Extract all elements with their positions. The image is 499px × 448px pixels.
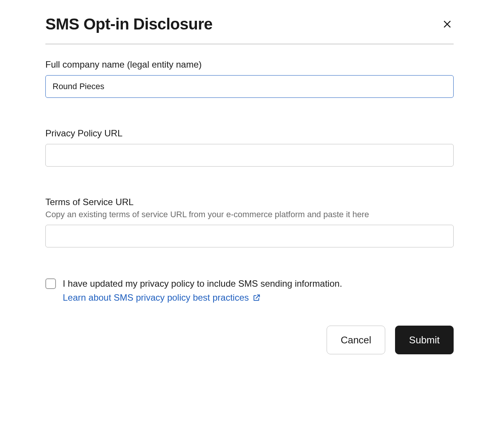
terms-of-service-helper: Copy an existing terms of service URL fr… [45,210,454,219]
privacy-best-practices-link-text: Learn about SMS privacy policy best prac… [63,292,249,303]
privacy-policy-input[interactable] [45,144,454,167]
submit-button[interactable]: Submit [395,326,454,354]
terms-of-service-label: Terms of Service URL [45,197,454,207]
close-icon [442,19,452,29]
privacy-confirmation-label: I have updated my privacy policy to incl… [63,278,342,289]
company-name-input[interactable] [45,75,454,98]
privacy-confirmation-row: I have updated my privacy policy to incl… [45,278,454,303]
privacy-best-practices-link[interactable]: Learn about SMS privacy policy best prac… [63,292,342,303]
external-link-icon [253,294,261,302]
terms-of-service-group: Terms of Service URL Copy an existing te… [45,197,454,247]
company-name-group: Full company name (legal entity name) [45,59,454,98]
checkbox-content: I have updated my privacy policy to incl… [63,278,342,303]
close-button[interactable] [441,18,454,31]
privacy-policy-label: Privacy Policy URL [45,128,454,139]
terms-of-service-input[interactable] [45,225,454,247]
company-name-label: Full company name (legal entity name) [45,59,454,70]
dialog-footer: Cancel Submit [45,326,454,354]
privacy-confirmation-checkbox[interactable] [45,278,56,289]
sms-optin-dialog: SMS Opt-in Disclosure Full company name … [45,15,454,354]
cancel-button[interactable]: Cancel [327,326,385,354]
dialog-header: SMS Opt-in Disclosure [45,15,454,44]
privacy-policy-group: Privacy Policy URL [45,128,454,167]
dialog-title: SMS Opt-in Disclosure [45,15,212,33]
